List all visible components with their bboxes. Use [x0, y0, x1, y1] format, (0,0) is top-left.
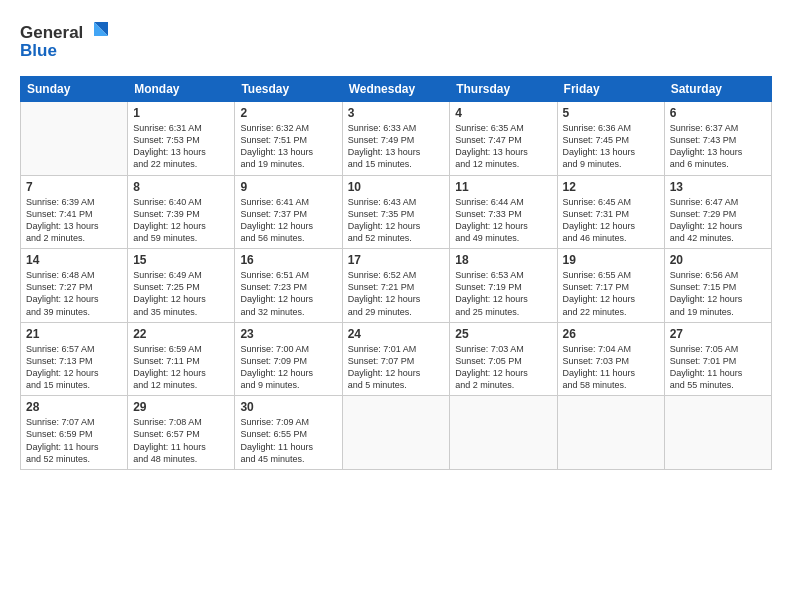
week-row-3: 14Sunrise: 6:48 AM Sunset: 7:27 PM Dayli… [21, 249, 772, 323]
day-number: 21 [26, 327, 122, 341]
day-number: 5 [563, 106, 659, 120]
calendar-cell: 25Sunrise: 7:03 AM Sunset: 7:05 PM Dayli… [450, 322, 557, 396]
day-info: Sunrise: 6:47 AM Sunset: 7:29 PM Dayligh… [670, 196, 766, 245]
page-header: General Blue [20, 18, 772, 66]
weekday-header-tuesday: Tuesday [235, 77, 342, 102]
calendar-cell [557, 396, 664, 470]
day-number: 25 [455, 327, 551, 341]
day-info: Sunrise: 7:09 AM Sunset: 6:55 PM Dayligh… [240, 416, 336, 465]
logo-area: General Blue [20, 18, 120, 66]
day-info: Sunrise: 6:48 AM Sunset: 7:27 PM Dayligh… [26, 269, 122, 318]
calendar-cell: 5Sunrise: 6:36 AM Sunset: 7:45 PM Daylig… [557, 102, 664, 176]
calendar-cell: 15Sunrise: 6:49 AM Sunset: 7:25 PM Dayli… [128, 249, 235, 323]
day-number: 12 [563, 180, 659, 194]
weekday-header-thursday: Thursday [450, 77, 557, 102]
day-info: Sunrise: 6:56 AM Sunset: 7:15 PM Dayligh… [670, 269, 766, 318]
day-number: 11 [455, 180, 551, 194]
day-info: Sunrise: 6:49 AM Sunset: 7:25 PM Dayligh… [133, 269, 229, 318]
day-info: Sunrise: 6:37 AM Sunset: 7:43 PM Dayligh… [670, 122, 766, 171]
calendar-cell: 27Sunrise: 7:05 AM Sunset: 7:01 PM Dayli… [664, 322, 771, 396]
week-row-1: 1Sunrise: 6:31 AM Sunset: 7:53 PM Daylig… [21, 102, 772, 176]
calendar-cell: 3Sunrise: 6:33 AM Sunset: 7:49 PM Daylig… [342, 102, 450, 176]
week-row-4: 21Sunrise: 6:57 AM Sunset: 7:13 PM Dayli… [21, 322, 772, 396]
calendar-cell [21, 102, 128, 176]
day-info: Sunrise: 6:44 AM Sunset: 7:33 PM Dayligh… [455, 196, 551, 245]
day-number: 30 [240, 400, 336, 414]
calendar-cell: 12Sunrise: 6:45 AM Sunset: 7:31 PM Dayli… [557, 175, 664, 249]
weekday-header-friday: Friday [557, 77, 664, 102]
day-info: Sunrise: 6:59 AM Sunset: 7:11 PM Dayligh… [133, 343, 229, 392]
calendar-cell: 8Sunrise: 6:40 AM Sunset: 7:39 PM Daylig… [128, 175, 235, 249]
day-info: Sunrise: 6:43 AM Sunset: 7:35 PM Dayligh… [348, 196, 445, 245]
day-info: Sunrise: 6:45 AM Sunset: 7:31 PM Dayligh… [563, 196, 659, 245]
svg-text:General: General [20, 23, 83, 42]
day-number: 9 [240, 180, 336, 194]
day-info: Sunrise: 6:41 AM Sunset: 7:37 PM Dayligh… [240, 196, 336, 245]
calendar-cell: 10Sunrise: 6:43 AM Sunset: 7:35 PM Dayli… [342, 175, 450, 249]
day-info: Sunrise: 6:53 AM Sunset: 7:19 PM Dayligh… [455, 269, 551, 318]
day-info: Sunrise: 7:08 AM Sunset: 6:57 PM Dayligh… [133, 416, 229, 465]
calendar-cell: 2Sunrise: 6:32 AM Sunset: 7:51 PM Daylig… [235, 102, 342, 176]
calendar-cell: 13Sunrise: 6:47 AM Sunset: 7:29 PM Dayli… [664, 175, 771, 249]
day-number: 15 [133, 253, 229, 267]
day-info: Sunrise: 6:36 AM Sunset: 7:45 PM Dayligh… [563, 122, 659, 171]
day-number: 28 [26, 400, 122, 414]
day-number: 20 [670, 253, 766, 267]
week-row-5: 28Sunrise: 7:07 AM Sunset: 6:59 PM Dayli… [21, 396, 772, 470]
logo: General Blue [20, 18, 120, 66]
day-number: 1 [133, 106, 229, 120]
day-number: 16 [240, 253, 336, 267]
day-info: Sunrise: 7:00 AM Sunset: 7:09 PM Dayligh… [240, 343, 336, 392]
day-info: Sunrise: 6:31 AM Sunset: 7:53 PM Dayligh… [133, 122, 229, 171]
calendar-cell: 23Sunrise: 7:00 AM Sunset: 7:09 PM Dayli… [235, 322, 342, 396]
calendar-cell: 4Sunrise: 6:35 AM Sunset: 7:47 PM Daylig… [450, 102, 557, 176]
day-number: 26 [563, 327, 659, 341]
day-number: 4 [455, 106, 551, 120]
calendar-cell: 19Sunrise: 6:55 AM Sunset: 7:17 PM Dayli… [557, 249, 664, 323]
day-info: Sunrise: 6:55 AM Sunset: 7:17 PM Dayligh… [563, 269, 659, 318]
day-number: 3 [348, 106, 445, 120]
calendar-cell [342, 396, 450, 470]
weekday-header-wednesday: Wednesday [342, 77, 450, 102]
day-number: 29 [133, 400, 229, 414]
calendar-cell: 21Sunrise: 6:57 AM Sunset: 7:13 PM Dayli… [21, 322, 128, 396]
calendar-cell: 1Sunrise: 6:31 AM Sunset: 7:53 PM Daylig… [128, 102, 235, 176]
calendar-cell: 17Sunrise: 6:52 AM Sunset: 7:21 PM Dayli… [342, 249, 450, 323]
weekday-header-monday: Monday [128, 77, 235, 102]
calendar-cell: 7Sunrise: 6:39 AM Sunset: 7:41 PM Daylig… [21, 175, 128, 249]
day-number: 7 [26, 180, 122, 194]
day-number: 17 [348, 253, 445, 267]
day-number: 22 [133, 327, 229, 341]
calendar-cell: 30Sunrise: 7:09 AM Sunset: 6:55 PM Dayli… [235, 396, 342, 470]
day-info: Sunrise: 7:07 AM Sunset: 6:59 PM Dayligh… [26, 416, 122, 465]
day-info: Sunrise: 6:35 AM Sunset: 7:47 PM Dayligh… [455, 122, 551, 171]
weekday-header-saturday: Saturday [664, 77, 771, 102]
calendar-cell: 20Sunrise: 6:56 AM Sunset: 7:15 PM Dayli… [664, 249, 771, 323]
day-number: 10 [348, 180, 445, 194]
calendar-cell: 16Sunrise: 6:51 AM Sunset: 7:23 PM Dayli… [235, 249, 342, 323]
calendar-cell: 28Sunrise: 7:07 AM Sunset: 6:59 PM Dayli… [21, 396, 128, 470]
day-number: 13 [670, 180, 766, 194]
day-info: Sunrise: 6:39 AM Sunset: 7:41 PM Dayligh… [26, 196, 122, 245]
calendar-cell: 29Sunrise: 7:08 AM Sunset: 6:57 PM Dayli… [128, 396, 235, 470]
day-info: Sunrise: 7:01 AM Sunset: 7:07 PM Dayligh… [348, 343, 445, 392]
day-number: 18 [455, 253, 551, 267]
day-info: Sunrise: 7:03 AM Sunset: 7:05 PM Dayligh… [455, 343, 551, 392]
day-info: Sunrise: 6:40 AM Sunset: 7:39 PM Dayligh… [133, 196, 229, 245]
day-number: 19 [563, 253, 659, 267]
calendar-page: General Blue SundayMondayTuesdayWednesda… [0, 0, 792, 612]
calendar-cell: 26Sunrise: 7:04 AM Sunset: 7:03 PM Dayli… [557, 322, 664, 396]
weekday-header-row: SundayMondayTuesdayWednesdayThursdayFrid… [21, 77, 772, 102]
calendar-cell [450, 396, 557, 470]
day-number: 27 [670, 327, 766, 341]
calendar-cell: 6Sunrise: 6:37 AM Sunset: 7:43 PM Daylig… [664, 102, 771, 176]
calendar-cell [664, 396, 771, 470]
calendar-cell: 14Sunrise: 6:48 AM Sunset: 7:27 PM Dayli… [21, 249, 128, 323]
calendar-cell: 9Sunrise: 6:41 AM Sunset: 7:37 PM Daylig… [235, 175, 342, 249]
day-info: Sunrise: 6:33 AM Sunset: 7:49 PM Dayligh… [348, 122, 445, 171]
day-info: Sunrise: 6:57 AM Sunset: 7:13 PM Dayligh… [26, 343, 122, 392]
day-number: 6 [670, 106, 766, 120]
day-number: 23 [240, 327, 336, 341]
day-number: 8 [133, 180, 229, 194]
day-info: Sunrise: 6:32 AM Sunset: 7:51 PM Dayligh… [240, 122, 336, 171]
